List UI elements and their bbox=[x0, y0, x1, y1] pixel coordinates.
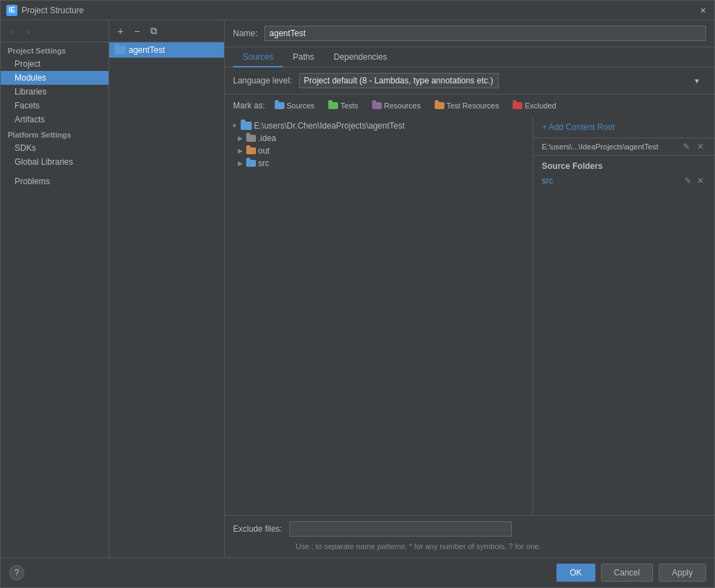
tests-folder-icon bbox=[328, 102, 338, 109]
mark-as-label: Mark as: bbox=[233, 101, 265, 111]
exclude-files-hint: Use ; to separate name patterns, * for a… bbox=[233, 541, 706, 553]
tree-item-out[interactable]: ▶ out bbox=[225, 145, 533, 157]
remove-module-button[interactable]: − bbox=[130, 24, 144, 38]
apply-button[interactable]: Apply bbox=[659, 564, 706, 582]
mark-sources-button[interactable]: Sources bbox=[271, 100, 319, 111]
module-item-label: agentTest bbox=[129, 45, 165, 55]
excluded-folder-icon bbox=[513, 102, 522, 109]
remove-content-root-button[interactable]: ✕ bbox=[695, 141, 706, 152]
resources-folder-icon bbox=[372, 102, 382, 109]
tree-root-item[interactable]: ▼ E:\users\Dr.Chen\IdeaProjects\agentTes… bbox=[225, 120, 533, 132]
idea-folder-icon bbox=[246, 135, 256, 142]
language-level-select-wrapper: Project default (8 - Lambdas, type annot… bbox=[299, 73, 706, 88]
dialog-title: Project Structure bbox=[22, 6, 83, 15]
tabs-row: Sources Paths Dependencies bbox=[225, 47, 714, 67]
name-input[interactable] bbox=[264, 26, 706, 41]
exclude-files-area: Exclude files: Use ; to separate name pa… bbox=[225, 515, 714, 558]
mark-test-resources-button[interactable]: Test Resources bbox=[431, 100, 504, 111]
module-item-agenttest[interactable]: agentTest bbox=[109, 42, 224, 58]
tree-arrow-src: ▶ bbox=[236, 159, 244, 168]
tree-item-out-label: out bbox=[258, 146, 270, 156]
module-list: + − ⧉ agentTest bbox=[109, 20, 225, 557]
mark-excluded-label: Excluded bbox=[524, 101, 556, 110]
root-folder-icon bbox=[241, 122, 252, 130]
nav-back-button[interactable]: ‹ bbox=[5, 24, 19, 38]
sidebar-item-project[interactable]: Project bbox=[1, 57, 109, 71]
edit-content-root-button[interactable]: ✎ bbox=[681, 141, 692, 152]
exclude-files-label: Exclude files: bbox=[233, 524, 282, 534]
ok-button[interactable]: OK bbox=[556, 564, 595, 582]
tree-item-src-label: src bbox=[258, 158, 269, 168]
source-folder-actions: ✎ ✕ bbox=[682, 175, 706, 186]
close-button[interactable]: × bbox=[698, 3, 709, 17]
sidebar-item-sdks[interactable]: SDKs bbox=[1, 141, 109, 155]
add-content-root-button[interactable]: + Add Content Root bbox=[542, 122, 706, 132]
test-resources-folder-icon bbox=[435, 102, 444, 109]
cancel-button[interactable]: Cancel bbox=[601, 564, 653, 582]
exclude-files-input[interactable] bbox=[289, 521, 512, 537]
sidebar-item-facets[interactable]: Facets bbox=[1, 99, 109, 113]
tree-item-src[interactable]: ▶ src bbox=[225, 157, 533, 170]
source-folder-item-src: src ✎ ✕ bbox=[542, 174, 706, 188]
dialog-footer: ? OK Cancel Apply bbox=[1, 557, 714, 587]
mark-tests-button[interactable]: Tests bbox=[324, 100, 362, 111]
language-level-row: Language level: Project default (8 - Lam… bbox=[225, 67, 714, 95]
project-structure-dialog: IE Project Structure × ‹ › Project Setti… bbox=[0, 0, 715, 588]
edit-source-folder-button[interactable]: ✎ bbox=[682, 175, 693, 186]
source-folder-name-src: src bbox=[542, 176, 553, 186]
copy-module-button[interactable]: ⧉ bbox=[147, 24, 161, 38]
add-content-root-section: + Add Content Root bbox=[533, 117, 714, 138]
platform-settings-header: Platform Settings bbox=[1, 126, 109, 141]
title-bar-left: IE Project Structure bbox=[6, 5, 83, 16]
content-area: ▼ E:\users\Dr.Chen\IdeaProjects\agentTes… bbox=[225, 117, 714, 515]
file-tree[interactable]: ▼ E:\users\Dr.Chen\IdeaProjects\agentTes… bbox=[225, 117, 533, 515]
language-level-select[interactable]: Project default (8 - Lambdas, type annot… bbox=[299, 73, 499, 88]
tree-item-idea-label: .idea bbox=[258, 133, 276, 143]
source-folders-title: Source Folders bbox=[542, 161, 706, 171]
tab-sources[interactable]: Sources bbox=[233, 48, 283, 67]
sidebar-item-libraries[interactable]: Libraries bbox=[1, 85, 109, 99]
module-folder-icon bbox=[115, 46, 126, 54]
sidebar: ‹ › Project Settings Project Modules Lib… bbox=[1, 20, 109, 557]
project-settings-header: Project Settings bbox=[1, 42, 109, 57]
source-folders-section: Source Folders src ✎ ✕ bbox=[533, 156, 714, 193]
tree-arrow-out: ▶ bbox=[236, 147, 244, 155]
mark-resources-button[interactable]: Resources bbox=[368, 100, 425, 111]
module-toolbar: + − ⧉ bbox=[109, 20, 224, 42]
name-row: Name: bbox=[225, 20, 714, 47]
tree-root-path: E:\users\Dr.Chen\IdeaProjects\agentTest bbox=[254, 121, 405, 131]
right-panel: Name: Sources Paths Dependencies Languag… bbox=[225, 20, 714, 557]
sidebar-item-problems[interactable]: Problems bbox=[1, 174, 109, 188]
sources-folder-icon bbox=[275, 102, 284, 109]
title-bar: IE Project Structure × bbox=[1, 1, 714, 20]
sidebar-item-global-libraries[interactable]: Global Libraries bbox=[1, 155, 109, 169]
content-root-path-row: E:\users\...\IdeaProjects\agentTest ✎ ✕ bbox=[533, 138, 714, 156]
help-button[interactable]: ? bbox=[9, 565, 24, 580]
add-content-root-label: + Add Content Root bbox=[542, 122, 615, 132]
add-module-button[interactable]: + bbox=[113, 24, 127, 38]
tree-item-idea[interactable]: ▶ .idea bbox=[225, 132, 533, 145]
tab-paths[interactable]: Paths bbox=[283, 48, 324, 67]
tree-arrow-idea: ▶ bbox=[236, 134, 244, 142]
mark-as-row: Mark as: Sources Tests Resources Test Re… bbox=[225, 95, 714, 117]
app-icon: IE bbox=[6, 5, 17, 16]
content-root-actions: ✎ ✕ bbox=[681, 141, 706, 152]
sidebar-nav-bar: ‹ › bbox=[1, 20, 109, 42]
mark-sources-label: Sources bbox=[287, 101, 314, 110]
mark-resources-label: Resources bbox=[384, 101, 421, 110]
main-content: ‹ › Project Settings Project Modules Lib… bbox=[1, 20, 714, 557]
tab-dependencies[interactable]: Dependencies bbox=[324, 48, 397, 67]
mark-tests-label: Tests bbox=[340, 101, 358, 110]
remove-source-folder-button[interactable]: ✕ bbox=[695, 175, 706, 186]
out-folder-icon bbox=[246, 147, 256, 154]
exclude-row: Exclude files: bbox=[233, 521, 706, 537]
mark-test-resources-label: Test Resources bbox=[447, 101, 499, 110]
tree-arrow-root: ▼ bbox=[230, 122, 239, 130]
nav-forward-button[interactable]: › bbox=[22, 24, 35, 38]
content-root-path-text: E:\users\...\IdeaProjects\agentTest bbox=[542, 142, 659, 151]
info-panel: + Add Content Root E:\users\...\IdeaProj… bbox=[533, 117, 714, 515]
sidebar-item-modules[interactable]: Modules bbox=[1, 71, 109, 85]
sidebar-item-artifacts[interactable]: Artifacts bbox=[1, 113, 109, 126]
mark-excluded-button[interactable]: Excluded bbox=[508, 100, 560, 111]
language-level-label: Language level: bbox=[233, 76, 292, 85]
